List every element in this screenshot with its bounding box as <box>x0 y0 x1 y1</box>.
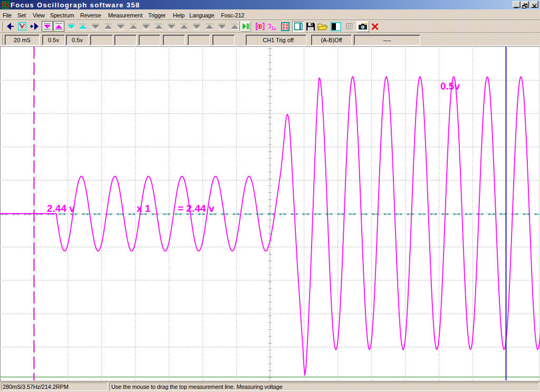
svg-text:0.5v: 0.5v <box>440 81 460 92</box>
svg-text:x 1: x 1 <box>137 203 151 214</box>
svg-text:= 2.44 v: = 2.44 v <box>178 203 215 214</box>
svg-text:2.44 v: 2.44 v <box>47 203 75 214</box>
